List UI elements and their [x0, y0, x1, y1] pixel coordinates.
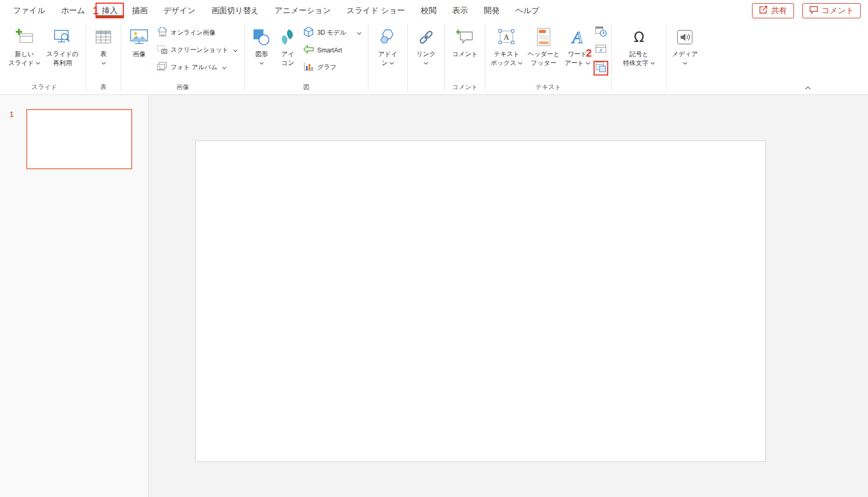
collapse-ribbon-button[interactable] [801, 82, 814, 92]
symbol-button[interactable]: Ω 記号と 特殊文字 [621, 23, 657, 68]
date-time-icon [595, 26, 607, 39]
photo-album-button[interactable]: フォト アルバム [154, 59, 241, 76]
group-label-symbols [612, 82, 666, 94]
chevron-down-icon [36, 59, 40, 68]
group-label-addins [368, 82, 407, 94]
reuse-slides-button[interactable]: スライドの 再利用 [43, 23, 82, 68]
shapes-icon [252, 25, 270, 50]
chevron-down-icon [424, 59, 428, 68]
3d-models-button[interactable]: 3D モデル [300, 24, 365, 41]
photo-album-label: フォト アルバム [171, 63, 217, 72]
addins-label-2: ン [382, 59, 388, 67]
wordart-label: ワード [568, 50, 587, 59]
tab-file[interactable]: ファイル [5, 0, 53, 21]
symbol-label-2: 特殊文字 [623, 59, 649, 67]
link-icon [417, 25, 435, 50]
chevron-down-icon [586, 59, 590, 68]
icons-leaf-icon [279, 25, 296, 50]
icons-button[interactable]: アイ コン [275, 23, 300, 68]
pictures-button-label: 画像 [133, 50, 145, 59]
ribbon-group-table: 表 表 [86, 21, 121, 94]
link-button[interactable]: リンク [414, 23, 438, 68]
table-button-label: 表 [100, 50, 107, 59]
pictures-button[interactable]: 画像 [124, 23, 154, 59]
textbox-icon: A [497, 25, 515, 50]
textbox-button[interactable]: A テキスト ボックス [489, 23, 525, 68]
date-time-button[interactable] [594, 25, 608, 40]
table-icon [94, 25, 112, 50]
textbox-label: テキスト [494, 50, 520, 59]
insert-object-button[interactable] [594, 61, 608, 75]
svg-text:A: A [571, 28, 583, 46]
shapes-label: 図形 [255, 50, 268, 59]
text-group-mini-column: 2 # [594, 23, 608, 75]
picture-icon [130, 25, 149, 50]
ribbon-group-text: A テキスト ボックス ヘッダーと フッター A ワード アート 2 [485, 21, 611, 94]
ribbon-insert: 新しい スライド スライドの 再利用 スライド 表 表 [0, 21, 868, 95]
annotation-step-1: 1 [93, 0, 99, 21]
tab-view[interactable]: 表示 [444, 0, 476, 21]
addins-button[interactable]: アドイ ン [376, 23, 399, 68]
share-icon [759, 6, 768, 16]
annotation-step-1-number: 1 [93, 5, 99, 17]
chart-icon [303, 62, 314, 73]
icons-label: アイ [281, 50, 294, 59]
online-pictures-button[interactable]: オンライン画像 [154, 24, 241, 41]
smartart-button[interactable]: SmartArt [300, 41, 365, 59]
header-footer-button[interactable]: ヘッダーと フッター [525, 23, 563, 68]
wordart-button[interactable]: A ワード アート [563, 23, 592, 68]
workspace: 1 [0, 95, 868, 497]
tab-review[interactable]: 校閲 [413, 0, 444, 21]
screenshot-label: スクリーンショット [171, 46, 228, 55]
omega-symbol-icon: Ω [634, 25, 644, 50]
group-label-media [667, 82, 703, 94]
tab-transitions[interactable]: 画面切り替え [204, 0, 267, 21]
comment-button[interactable]: コメント [450, 23, 480, 59]
slide-number-button[interactable]: # [594, 43, 608, 58]
table-button[interactable]: 表 [92, 23, 114, 68]
group-label-links [408, 82, 444, 94]
slide-canvas[interactable] [195, 141, 766, 462]
chart-label: グラフ [317, 63, 336, 72]
chevron-down-icon [518, 59, 523, 68]
tab-help[interactable]: ヘルプ [507, 0, 547, 21]
chart-button[interactable]: グラフ [300, 59, 365, 76]
media-speaker-icon [676, 25, 693, 50]
comments-button[interactable]: コメント [802, 3, 861, 18]
new-slide-button[interactable]: 新しい スライド [6, 23, 43, 68]
tab-design[interactable]: デザイン [155, 0, 203, 21]
icons-label-2: コン [281, 59, 294, 68]
header-footer-icon [536, 25, 551, 50]
reuse-slides-label-2: 再利用 [53, 59, 72, 68]
smartart-icon [303, 45, 314, 56]
3d-models-label: 3D モデル [317, 28, 346, 37]
media-button[interactable]: メディア [670, 23, 700, 68]
chevron-up-icon [805, 82, 811, 92]
object-icon [595, 61, 607, 75]
wordart-label-2: アート [565, 59, 584, 67]
comment-bubble-icon [809, 6, 818, 16]
ribbon-group-images: 画像 オンライン画像 スクリーンショット フォト アルバム [121, 21, 244, 94]
online-pictures-icon [157, 27, 167, 38]
tab-animations[interactable]: アニメーション [267, 0, 338, 21]
tab-insert[interactable]: 挿入 [96, 3, 124, 18]
online-pictures-label: オンライン画像 [171, 28, 215, 37]
tab-draw[interactable]: 描画 [124, 0, 155, 21]
tab-developer[interactable]: 開発 [476, 0, 507, 21]
addins-icon [378, 25, 397, 50]
ribbon-group-symbols: Ω 記号と 特殊文字 [612, 21, 666, 94]
shapes-button[interactable]: 図形 [248, 23, 275, 68]
reuse-slides-icon [54, 25, 71, 50]
screenshot-button[interactable]: スクリーンショット [154, 41, 241, 59]
tab-slideshow[interactable]: スライド ショー [338, 0, 412, 21]
tab-home[interactable]: ホーム [53, 0, 93, 21]
group-label-images: 画像 [121, 82, 244, 94]
editing-canvas [149, 95, 868, 497]
svg-text:#: # [599, 48, 602, 53]
slide-thumbnail[interactable] [26, 109, 132, 169]
share-button[interactable]: 共有 [752, 3, 794, 18]
omega-glyph: Ω [634, 29, 644, 45]
ribbon-tab-bar: ファイル ホーム 1 挿入 描画 デザイン 画面切り替え アニメーション スライ… [0, 0, 868, 21]
svg-text:A: A [504, 33, 510, 41]
chevron-down-icon [357, 29, 362, 37]
